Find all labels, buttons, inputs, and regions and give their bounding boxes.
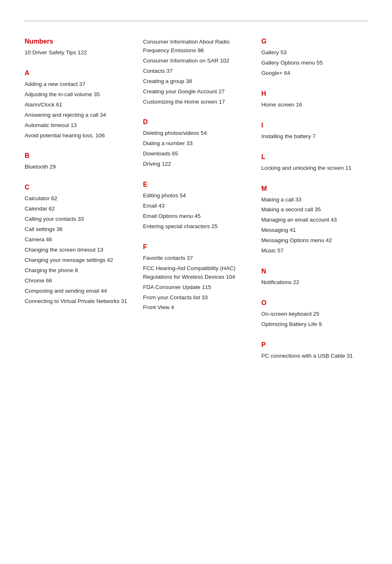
index-entry: Favorite contacts 37 xyxy=(143,254,249,263)
index-entry: Creating your Google Account 27 xyxy=(143,88,249,96)
index-entry: Connecting to Virtual Private Networks 3… xyxy=(25,297,131,306)
index-entry: Contacts 37 xyxy=(143,67,249,76)
index-entry: From your Contacts list 33 xyxy=(143,294,249,302)
section-letter-n: N xyxy=(261,268,367,275)
section-letter-i: I xyxy=(261,122,367,129)
index-entry: Entering special characters 25 xyxy=(143,222,249,231)
index-entry: FDA Consumer Update 115 xyxy=(143,283,249,292)
page-header xyxy=(25,16,367,21)
index-entry: Editing photos 54 xyxy=(143,192,249,200)
index-entry: Consumer Information on SAR 102 xyxy=(143,57,249,65)
section-letter-a: A xyxy=(25,69,131,77)
index-entry: 10 Driver Safety Tips 122 xyxy=(25,49,131,57)
index-entry: Home screen 16 xyxy=(261,101,367,109)
index-entry: Changing the screen timeout 13 xyxy=(25,246,131,254)
index-entry: Changing your message settings 42 xyxy=(25,256,131,265)
section-letter-p: P xyxy=(261,341,367,349)
index-entry: Calculator 62 xyxy=(25,194,131,203)
column-2: Consumer Information About Radio Frequen… xyxy=(143,38,261,362)
index-entry: Call settings 36 xyxy=(25,225,131,234)
index-entry: Charging the phone 8 xyxy=(25,266,131,275)
section-letter-numbers: Numbers xyxy=(25,38,131,45)
section-letter-l: L xyxy=(261,153,367,161)
index-entry: PC connections with a USB Cable 31 xyxy=(261,352,367,361)
section-letter-h: H xyxy=(261,90,367,97)
index-entry: Email 43 xyxy=(143,202,249,210)
index-entry: Adding a new contact 37 xyxy=(25,80,131,89)
index-entry: Avoid potential hearing loss. 106 xyxy=(25,132,131,140)
index-entry: Making a second call 35 xyxy=(261,206,367,214)
index-entry: Messaging 41 xyxy=(261,226,367,235)
section-letter-e: E xyxy=(143,181,249,188)
section-letter-g: G xyxy=(261,38,367,45)
index-entry: Managing an email account 43 xyxy=(261,216,367,224)
index-entry: Making a call 33 xyxy=(261,196,367,204)
index-entry: Installing the battery 7 xyxy=(261,132,367,141)
section-letter-b: B xyxy=(25,152,131,159)
index-entry: Automatic timeout 13 xyxy=(25,121,131,130)
index-entry: Front View 4 xyxy=(143,303,249,312)
index-entry: Google+ 64 xyxy=(261,69,367,78)
index-entry: Music 57 xyxy=(261,247,367,255)
index-entry: Composing and sending email 44 xyxy=(25,287,131,296)
index-entry: Chrome 66 xyxy=(25,277,131,285)
index-entry: Calling your contacts 33 xyxy=(25,215,131,224)
index-entry: Answering and rejecting a call 34 xyxy=(25,111,131,120)
index-entry: Calendar 62 xyxy=(25,205,131,213)
index-entry: Deleting photos/videos 54 xyxy=(143,129,249,138)
index-columns: Numbers10 Driver Safety Tips 122AAdding … xyxy=(25,38,367,362)
index-entry: FCC Hearing-Aid Compatibility (HAC) Regu… xyxy=(143,264,249,282)
index-entry: Downloads 65 xyxy=(143,150,249,158)
section-letter-f: F xyxy=(143,243,249,251)
index-entry: Customizing the Home screen 17 xyxy=(143,98,249,106)
index-entry: Camera 46 xyxy=(25,236,131,244)
index-entry: Optimizing Battery Life 9 xyxy=(261,320,367,329)
index-entry: Email Options menu 45 xyxy=(143,212,249,221)
index-entry: Creating a group 38 xyxy=(143,77,249,86)
index-entry: On-screen keyboard 25 xyxy=(261,310,367,319)
page: Numbers10 Driver Safety Tips 122AAdding … xyxy=(0,0,392,564)
section-letter-c: C xyxy=(25,184,131,191)
index-entry: Gallery 53 xyxy=(261,49,367,57)
index-entry: Adjusting the in-call volume 35 xyxy=(25,90,131,99)
section-letter-d: D xyxy=(143,118,249,126)
index-entry: Alarm/Clock 61 xyxy=(25,101,131,109)
column-3: GGallery 53Gallery Options menu 55Google… xyxy=(261,38,367,362)
index-entry: Driving 122 xyxy=(143,160,249,169)
section-letter-o: O xyxy=(261,299,367,307)
index-entry: Notifications 22 xyxy=(261,278,367,287)
section-letter-m: M xyxy=(261,185,367,192)
index-entry: Messaging Options menu 42 xyxy=(261,236,367,245)
index-entry: Dialing a number 33 xyxy=(143,139,249,148)
column-1: Numbers10 Driver Safety Tips 122AAdding … xyxy=(25,38,143,362)
index-entry: Locking and unlocking the screen 11 xyxy=(261,164,367,173)
index-entry: Gallery Options menu 55 xyxy=(261,59,367,67)
index-entry: Bluetooth 29 xyxy=(25,163,131,171)
index-entry: Consumer Information About Radio Frequen… xyxy=(143,38,249,55)
